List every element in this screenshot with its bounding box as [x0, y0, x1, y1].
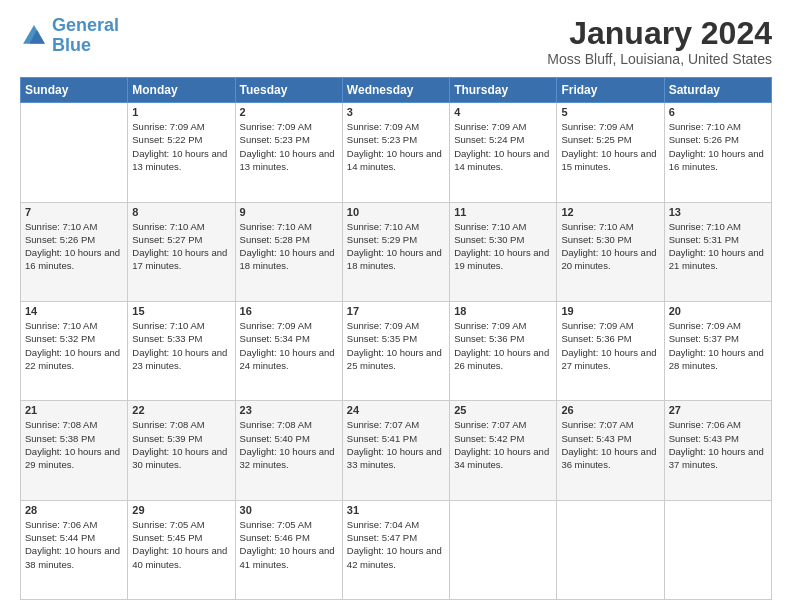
day-detail-4-1: Sunrise: 7:05 AMSunset: 5:45 PMDaylight:…: [132, 518, 230, 571]
logo-icon: [20, 22, 48, 50]
day-detail-0-1: Sunrise: 7:09 AMSunset: 5:22 PMDaylight:…: [132, 120, 230, 173]
day-num-3-6: 27: [669, 404, 767, 416]
day-detail-3-2: Sunrise: 7:08 AMSunset: 5:40 PMDaylight:…: [240, 418, 338, 471]
header-thursday: Thursday: [450, 78, 557, 103]
header-wednesday: Wednesday: [342, 78, 449, 103]
day-num-4-2: 30: [240, 504, 338, 516]
day-detail-0-6: Sunrise: 7:10 AMSunset: 5:26 PMDaylight:…: [669, 120, 767, 173]
page: General Blue January 2024 Moss Bluff, Lo…: [0, 0, 792, 612]
cell-3-4: 25Sunrise: 7:07 AMSunset: 5:42 PMDayligh…: [450, 401, 557, 500]
day-detail-1-0: Sunrise: 7:10 AMSunset: 5:26 PMDaylight:…: [25, 220, 123, 273]
header-tuesday: Tuesday: [235, 78, 342, 103]
cell-1-0: 7Sunrise: 7:10 AMSunset: 5:26 PMDaylight…: [21, 202, 128, 301]
cell-1-6: 13Sunrise: 7:10 AMSunset: 5:31 PMDayligh…: [664, 202, 771, 301]
day-num-3-0: 21: [25, 404, 123, 416]
cell-4-3: 31Sunrise: 7:04 AMSunset: 5:47 PMDayligh…: [342, 500, 449, 599]
day-num-0-4: 4: [454, 106, 552, 118]
cell-3-2: 23Sunrise: 7:08 AMSunset: 5:40 PMDayligh…: [235, 401, 342, 500]
cell-2-2: 16Sunrise: 7:09 AMSunset: 5:34 PMDayligh…: [235, 301, 342, 400]
cell-2-6: 20Sunrise: 7:09 AMSunset: 5:37 PMDayligh…: [664, 301, 771, 400]
day-detail-3-5: Sunrise: 7:07 AMSunset: 5:43 PMDaylight:…: [561, 418, 659, 471]
day-num-0-1: 1: [132, 106, 230, 118]
day-num-2-5: 19: [561, 305, 659, 317]
main-title: January 2024: [547, 16, 772, 51]
cell-4-5: [557, 500, 664, 599]
week-row-0: 1Sunrise: 7:09 AMSunset: 5:22 PMDaylight…: [21, 103, 772, 202]
day-detail-1-6: Sunrise: 7:10 AMSunset: 5:31 PMDaylight:…: [669, 220, 767, 273]
day-detail-3-6: Sunrise: 7:06 AMSunset: 5:43 PMDaylight:…: [669, 418, 767, 471]
day-num-3-2: 23: [240, 404, 338, 416]
cell-4-6: [664, 500, 771, 599]
day-num-2-3: 17: [347, 305, 445, 317]
day-detail-0-2: Sunrise: 7:09 AMSunset: 5:23 PMDaylight:…: [240, 120, 338, 173]
week-row-3: 21Sunrise: 7:08 AMSunset: 5:38 PMDayligh…: [21, 401, 772, 500]
day-detail-2-4: Sunrise: 7:09 AMSunset: 5:36 PMDaylight:…: [454, 319, 552, 372]
day-num-2-2: 16: [240, 305, 338, 317]
header: General Blue January 2024 Moss Bluff, Lo…: [20, 16, 772, 67]
day-detail-0-5: Sunrise: 7:09 AMSunset: 5:25 PMDaylight:…: [561, 120, 659, 173]
day-num-3-1: 22: [132, 404, 230, 416]
day-num-0-2: 2: [240, 106, 338, 118]
cell-1-1: 8Sunrise: 7:10 AMSunset: 5:27 PMDaylight…: [128, 202, 235, 301]
day-num-4-0: 28: [25, 504, 123, 516]
day-detail-3-1: Sunrise: 7:08 AMSunset: 5:39 PMDaylight:…: [132, 418, 230, 471]
cell-4-0: 28Sunrise: 7:06 AMSunset: 5:44 PMDayligh…: [21, 500, 128, 599]
day-detail-1-5: Sunrise: 7:10 AMSunset: 5:30 PMDaylight:…: [561, 220, 659, 273]
cell-0-1: 1Sunrise: 7:09 AMSunset: 5:22 PMDaylight…: [128, 103, 235, 202]
cell-4-2: 30Sunrise: 7:05 AMSunset: 5:46 PMDayligh…: [235, 500, 342, 599]
cell-0-6: 6Sunrise: 7:10 AMSunset: 5:26 PMDaylight…: [664, 103, 771, 202]
day-detail-3-3: Sunrise: 7:07 AMSunset: 5:41 PMDaylight:…: [347, 418, 445, 471]
cell-4-4: [450, 500, 557, 599]
day-num-3-4: 25: [454, 404, 552, 416]
day-detail-1-3: Sunrise: 7:10 AMSunset: 5:29 PMDaylight:…: [347, 220, 445, 273]
cell-0-0: [21, 103, 128, 202]
day-detail-1-4: Sunrise: 7:10 AMSunset: 5:30 PMDaylight:…: [454, 220, 552, 273]
day-detail-3-4: Sunrise: 7:07 AMSunset: 5:42 PMDaylight:…: [454, 418, 552, 471]
day-num-4-3: 31: [347, 504, 445, 516]
logo: General Blue: [20, 16, 119, 56]
cell-0-2: 2Sunrise: 7:09 AMSunset: 5:23 PMDaylight…: [235, 103, 342, 202]
calendar-table: Sunday Monday Tuesday Wednesday Thursday…: [20, 77, 772, 600]
week-row-2: 14Sunrise: 7:10 AMSunset: 5:32 PMDayligh…: [21, 301, 772, 400]
day-num-1-1: 8: [132, 206, 230, 218]
day-num-2-1: 15: [132, 305, 230, 317]
day-num-3-3: 24: [347, 404, 445, 416]
week-row-1: 7Sunrise: 7:10 AMSunset: 5:26 PMDaylight…: [21, 202, 772, 301]
day-num-4-1: 29: [132, 504, 230, 516]
day-detail-2-1: Sunrise: 7:10 AMSunset: 5:33 PMDaylight:…: [132, 319, 230, 372]
day-num-0-6: 6: [669, 106, 767, 118]
cell-2-3: 17Sunrise: 7:09 AMSunset: 5:35 PMDayligh…: [342, 301, 449, 400]
day-num-3-5: 26: [561, 404, 659, 416]
day-num-2-4: 18: [454, 305, 552, 317]
weekday-header-row: Sunday Monday Tuesday Wednesday Thursday…: [21, 78, 772, 103]
day-num-1-3: 10: [347, 206, 445, 218]
day-num-2-6: 20: [669, 305, 767, 317]
header-sunday: Sunday: [21, 78, 128, 103]
day-num-0-3: 3: [347, 106, 445, 118]
day-detail-1-1: Sunrise: 7:10 AMSunset: 5:27 PMDaylight:…: [132, 220, 230, 273]
day-detail-2-5: Sunrise: 7:09 AMSunset: 5:36 PMDaylight:…: [561, 319, 659, 372]
cell-1-3: 10Sunrise: 7:10 AMSunset: 5:29 PMDayligh…: [342, 202, 449, 301]
cell-3-5: 26Sunrise: 7:07 AMSunset: 5:43 PMDayligh…: [557, 401, 664, 500]
cell-0-5: 5Sunrise: 7:09 AMSunset: 5:25 PMDaylight…: [557, 103, 664, 202]
day-detail-2-2: Sunrise: 7:09 AMSunset: 5:34 PMDaylight:…: [240, 319, 338, 372]
cell-3-0: 21Sunrise: 7:08 AMSunset: 5:38 PMDayligh…: [21, 401, 128, 500]
week-row-4: 28Sunrise: 7:06 AMSunset: 5:44 PMDayligh…: [21, 500, 772, 599]
day-num-1-5: 12: [561, 206, 659, 218]
cell-1-2: 9Sunrise: 7:10 AMSunset: 5:28 PMDaylight…: [235, 202, 342, 301]
cell-1-4: 11Sunrise: 7:10 AMSunset: 5:30 PMDayligh…: [450, 202, 557, 301]
subtitle: Moss Bluff, Louisiana, United States: [547, 51, 772, 67]
day-detail-1-2: Sunrise: 7:10 AMSunset: 5:28 PMDaylight:…: [240, 220, 338, 273]
day-detail-0-3: Sunrise: 7:09 AMSunset: 5:23 PMDaylight:…: [347, 120, 445, 173]
day-detail-4-3: Sunrise: 7:04 AMSunset: 5:47 PMDaylight:…: [347, 518, 445, 571]
day-detail-3-0: Sunrise: 7:08 AMSunset: 5:38 PMDaylight:…: [25, 418, 123, 471]
cell-2-0: 14Sunrise: 7:10 AMSunset: 5:32 PMDayligh…: [21, 301, 128, 400]
day-detail-2-6: Sunrise: 7:09 AMSunset: 5:37 PMDaylight:…: [669, 319, 767, 372]
day-detail-0-4: Sunrise: 7:09 AMSunset: 5:24 PMDaylight:…: [454, 120, 552, 173]
cell-3-1: 22Sunrise: 7:08 AMSunset: 5:39 PMDayligh…: [128, 401, 235, 500]
day-num-0-5: 5: [561, 106, 659, 118]
cell-1-5: 12Sunrise: 7:10 AMSunset: 5:30 PMDayligh…: [557, 202, 664, 301]
cell-4-1: 29Sunrise: 7:05 AMSunset: 5:45 PMDayligh…: [128, 500, 235, 599]
title-block: January 2024 Moss Bluff, Louisiana, Unit…: [547, 16, 772, 67]
cell-0-3: 3Sunrise: 7:09 AMSunset: 5:23 PMDaylight…: [342, 103, 449, 202]
